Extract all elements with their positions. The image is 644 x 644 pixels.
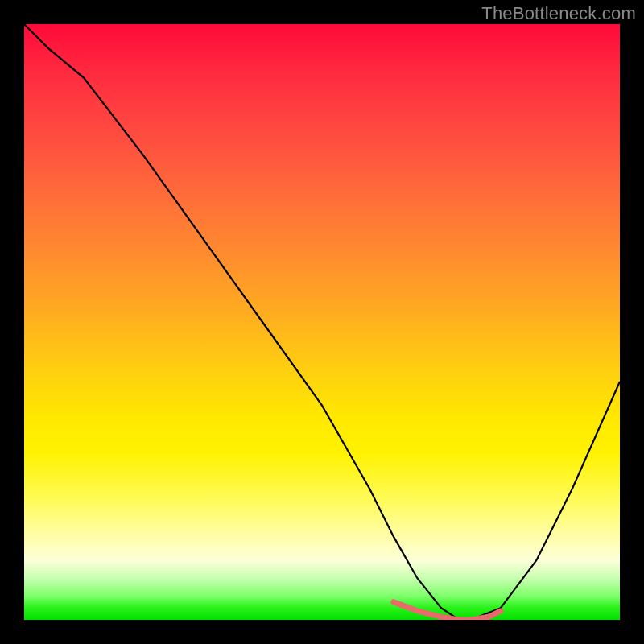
watermark-text: TheBottleneck.com	[481, 3, 636, 24]
plot-area	[24, 24, 620, 620]
valley-path	[394, 602, 501, 620]
optimal-range-marker	[24, 24, 620, 620]
chart-frame: TheBottleneck.com	[0, 0, 644, 644]
